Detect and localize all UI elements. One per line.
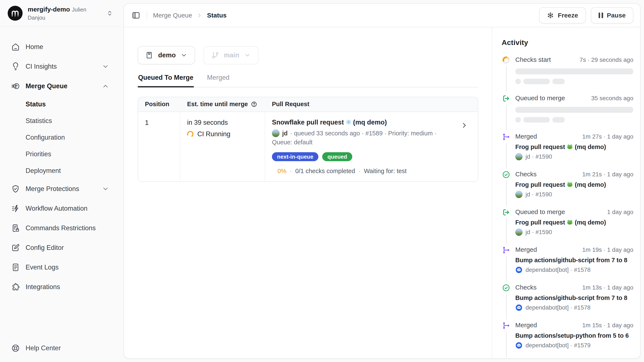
snowflake-emoji: ❄ [346, 119, 351, 126]
breadcrumb-merge-queue[interactable]: Merge Queue [153, 12, 192, 19]
life-buoy-icon [11, 344, 20, 353]
activity-pr-title[interactable]: Bump actions/github-script from 7 to 8 [515, 294, 633, 301]
queue-row[interactable]: 1 in 39 seconds CI Running Snowflake pul… [138, 112, 478, 181]
freeze-button[interactable]: Freeze [539, 7, 586, 24]
activity-entry-time: 1m 15s · 1 day ago [582, 322, 633, 329]
queued-to-merge-icon [502, 208, 510, 216]
activity-entry[interactable]: Queued to merge1 day agoFrog pull reques… [502, 208, 633, 246]
activity-entry[interactable]: Merged1m 27s · 1 day agoFrog pull reques… [502, 133, 633, 171]
activity-entry-title: Checks [515, 284, 536, 291]
sidebar-item-deployment[interactable]: Deployment [7, 162, 113, 179]
sidebar: mergify-demo Julien Danjou HomeCI Insigh… [0, 0, 120, 362]
queue-row-eta: in 39 seconds CI Running [180, 112, 265, 181]
activity-pr-title[interactable]: Frog pull request (mq demo) [515, 144, 633, 151]
sidebar-item-workflow-automation[interactable]: Workflow Automation [7, 199, 113, 218]
activity-pr-title[interactable]: Bump actions/github-script from 7 to 8 [515, 257, 633, 264]
sidebar-item-commands-restrictions[interactable]: Commands Restrictions [7, 218, 113, 238]
git-merge-icon [502, 133, 510, 141]
activity-entry-title: Queued to merge [515, 95, 565, 102]
activity-entry[interactable]: Merged1m 15s · 1 day agoBump actions/set… [502, 321, 633, 358]
help-center-label: Help Center [26, 344, 61, 352]
activity-entry[interactable]: Merged1m 19s · 1 day agoBump actions/git… [502, 246, 633, 284]
dependabot-avatar [515, 342, 522, 349]
edit-icon [11, 243, 20, 252]
queue-row-pr: Snowflake pull request ❄ (mq demo) jd · … [265, 112, 478, 181]
column-position: Position [138, 97, 180, 112]
sidebar-toggle-button[interactable] [131, 11, 141, 20]
sidebar-item-configuration[interactable]: Configuration [7, 129, 113, 146]
activity-entry-title: Checks start [515, 56, 551, 63]
queued-to-merge-icon [502, 95, 510, 103]
sidebar-item-merge-protections[interactable]: Merge Protections [7, 179, 113, 199]
pr-author[interactable]: jd [282, 129, 288, 138]
divider [146, 12, 147, 19]
merge-queue-icon [11, 82, 20, 91]
sidebar-item-statistics[interactable]: Statistics [7, 113, 113, 129]
help-circle-icon[interactable] [251, 101, 257, 107]
activity-pr-title[interactable]: Frog pull request (mq demo) [515, 181, 633, 188]
activity-entry-time: 7s · 29 seconds ago [580, 57, 633, 63]
jd-avatar [515, 153, 522, 160]
activity-entry[interactable]: Checks start7s · 29 seconds ago [502, 56, 633, 95]
file-text-icon [11, 263, 20, 272]
check-circle-icon [502, 171, 510, 179]
skeleton-bar [524, 79, 550, 84]
sidebar-item-event-logs[interactable]: Event Logs [7, 257, 113, 277]
puzzle-icon [11, 282, 20, 291]
activity-pr-title[interactable]: Bump actions/setup-python from 5 to 6 [515, 332, 633, 339]
repository-select[interactable]: demo [138, 46, 195, 64]
activity-title: Activity [502, 38, 633, 47]
check-circle-icon [502, 284, 510, 292]
eta-value: in 39 seconds [187, 119, 258, 126]
sidebar-item-merge-queue[interactable]: Merge Queue [7, 76, 113, 96]
activity-entry-time: 1 day ago [607, 209, 633, 216]
tab-queued-to-merge[interactable]: Queued To Merge [138, 70, 194, 87]
pr-title[interactable]: Snowflake pull request ❄ (mq demo) [272, 118, 457, 126]
freeze-label: Freeze [558, 12, 578, 19]
sidebar-item-config-editor[interactable]: Config Editor [7, 238, 113, 257]
sidebar-nav: HomeCI InsightsMerge QueueStatusStatisti… [0, 27, 120, 297]
sidebar-item-ci-insights[interactable]: CI Insights [7, 57, 113, 76]
activity-entry[interactable]: Checks1m 13s · 1 day agoBump actions/git… [502, 284, 633, 321]
sidebar-item-home[interactable]: Home [7, 37, 113, 57]
branch-select[interactable]: main [204, 46, 258, 64]
zap-icon [11, 204, 20, 213]
sidebar-item-integrations[interactable]: Integrations [7, 277, 113, 297]
activity-pr-title[interactable]: Frog pull request (mq demo) [515, 219, 633, 226]
jd-avatar [272, 129, 280, 137]
git-branch-icon [211, 51, 219, 59]
sidebar-item-help-center[interactable]: Help Center [11, 344, 61, 353]
activity-pr-byline[interactable]: jd · #1590 [515, 229, 633, 236]
sidebar-item-priorities[interactable]: Priorities [7, 146, 113, 162]
queue-table: Position Est. time until merge Pull Requ… [138, 97, 478, 182]
pr-meta-text: · queued 33 seconds ago · #1589 · Priori… [290, 129, 437, 138]
pause-button[interactable]: Pause [591, 7, 633, 24]
file-lock-icon [11, 224, 20, 233]
workspace-switcher[interactable]: mergify-demo Julien Danjou [0, 0, 120, 27]
activity-entry[interactable]: Queued to merge35 seconds ago [502, 95, 633, 133]
activity-pr-byline[interactable]: dependabot[bot] · #1579 [515, 342, 633, 349]
dependabot-avatar [515, 266, 522, 273]
activity-pr-byline[interactable]: dependabot[bot] · #1578 [515, 304, 633, 311]
activity-entry-title: Merged [515, 321, 537, 329]
activity-entry-title: Merged [515, 246, 537, 253]
skeleton-bar [552, 117, 565, 123]
jd-avatar [515, 191, 522, 198]
tab-merged[interactable]: Merged [207, 70, 230, 87]
activity-entry-time: 35 seconds ago [591, 95, 633, 102]
skeleton-bar [515, 107, 633, 113]
row-chevron-right-icon[interactable] [460, 121, 468, 129]
activity-pr-byline[interactable]: jd · #1590 [515, 153, 633, 160]
chevron-down-icon [102, 185, 109, 193]
snowflake-icon [547, 12, 554, 19]
chevron-down-icon [244, 52, 251, 59]
sidebar-item-status[interactable]: Status [7, 96, 113, 113]
chevron-right-icon [196, 12, 203, 19]
queue-content: demo main [124, 27, 492, 358]
ci-status: CI Running [197, 130, 230, 138]
activity-entry-title: Checks [515, 171, 536, 178]
activity-pr-byline[interactable]: jd · #1590 [515, 191, 633, 198]
activity-pr-byline[interactable]: dependabot[bot] · #1578 [515, 266, 633, 273]
activity-entry[interactable]: Checks1m 21s · 1 day agoFrog pull reques… [502, 171, 633, 208]
checks-progress: 0% [278, 168, 286, 175]
